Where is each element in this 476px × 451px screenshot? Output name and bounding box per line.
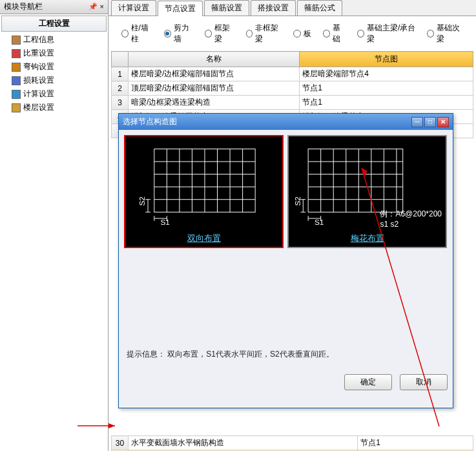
table-row[interactable]: 30水平变截面墙水平钢筋构造节点1	[112, 436, 473, 450]
radio-item[interactable]: 板	[293, 28, 311, 39]
dialog-body: S2 S1 双向布置 S2 S1	[119, 130, 453, 369]
radio-label: 基础主梁/承台梁	[367, 23, 415, 45]
sidebar-close-icon[interactable]: ×	[100, 3, 104, 11]
cell-name: 楼层暗梁/边框梁端部锚固节点	[129, 67, 300, 81]
svg-text:S1: S1	[315, 218, 324, 226]
tree-label: 弯钩设置	[23, 61, 54, 72]
tree-label: 损耗设置	[23, 75, 54, 86]
svg-rect-20	[308, 149, 403, 213]
cell-name: 暗梁/边框梁遇连梁构造	[129, 96, 300, 110]
example-text: 例：A6@200*200	[380, 209, 442, 220]
tabs: 计算设置节点设置箍筋设置搭接设置箍筋公式	[109, 0, 476, 16]
radio-label: 框架梁	[214, 23, 234, 45]
tree-label: 比重设置	[23, 48, 54, 59]
thumb-option-2[interactable]: S2 S1 例：A6@200*200 s1 s2 梅花布置	[287, 135, 447, 248]
tree-item[interactable]: 工程信息	[0, 33, 108, 47]
row-num: 3	[112, 96, 129, 110]
minimize-button[interactable]: ─	[411, 117, 423, 127]
radio-item[interactable]: 非框架梁	[246, 23, 282, 45]
tab[interactable]: 计算设置	[111, 0, 156, 16]
tree-icon	[12, 63, 21, 72]
radio-item[interactable]: 框架梁	[205, 23, 234, 45]
tree-icon	[12, 36, 21, 45]
tab[interactable]: 箍筋公式	[297, 0, 342, 16]
radio-label: 基础	[333, 23, 346, 45]
radio-label: 非框架梁	[255, 23, 282, 45]
radio-item[interactable]: 柱/墙柱	[121, 23, 152, 45]
cell-name: 顶层暗梁/边框梁端部锚固节点	[129, 81, 300, 96]
ok-button[interactable]: 确定	[344, 374, 392, 390]
tree-item[interactable]: 楼层设置	[0, 101, 108, 114]
radio-label: 柱/墙柱	[131, 23, 153, 45]
tree-icon	[12, 103, 21, 112]
row-num: 30	[112, 436, 129, 450]
thumb-label-2: 梅花布置	[351, 233, 384, 244]
radio-item[interactable]: 基础次梁	[427, 23, 463, 45]
sidebar-header[interactable]: 工程设置	[1, 16, 107, 32]
pin-icon[interactable]: 📌	[88, 3, 98, 11]
radio-icon	[323, 30, 329, 37]
tree-item[interactable]: 计算设置	[0, 87, 108, 101]
radio-icon	[293, 30, 301, 37]
dialog-titlebar[interactable]: 选择节点构造图 ─ □ ✕	[119, 114, 453, 130]
radio-label: 板	[304, 28, 311, 39]
cell-name: 水平变截面墙水平钢筋构造	[129, 436, 358, 450]
tree-label: 计算设置	[23, 89, 54, 100]
tree-label: 工程信息	[23, 34, 54, 45]
cell-img: 节点1	[300, 96, 473, 110]
s1s2-text: s1 s2	[380, 220, 442, 229]
cell-img: 楼层暗梁端部节点4	[300, 67, 473, 81]
radio-icon	[427, 30, 434, 37]
table-row[interactable]: 3暗梁/边框梁遇连梁构造节点1	[112, 96, 473, 110]
tab[interactable]: 搭接设置	[251, 0, 296, 16]
table-row[interactable]: 1楼层暗梁/边框梁端部锚固节点楼层暗梁端部节点4	[112, 67, 473, 81]
hint-text: 提示信息： 双向布置，S1代表水平间距，S2代表垂直间距。	[124, 345, 448, 364]
svg-text:S2: S2	[293, 196, 302, 205]
tab[interactable]: 节点设置	[158, 1, 203, 16]
maximize-button[interactable]: □	[424, 117, 436, 127]
tree-item[interactable]: 比重设置	[0, 47, 108, 60]
radio-item[interactable]: 剪力墙	[164, 23, 193, 45]
sidebar: 模块导航栏 📌 × 工程设置 工程信息比重设置弯钩设置损耗设置计算设置楼层设置	[0, 0, 109, 451]
radio-icon	[246, 30, 253, 37]
sidebar-titlebar: 模块导航栏 📌 ×	[0, 0, 108, 14]
radio-item[interactable]: 基础主梁/承台梁	[357, 23, 415, 45]
dialog-title: 选择节点构造图	[123, 116, 177, 127]
radio-icon	[357, 30, 364, 37]
svg-text:S2: S2	[138, 196, 146, 205]
radio-icon	[164, 30, 171, 37]
tree-item[interactable]: 损耗设置	[0, 74, 108, 87]
radio-row: 柱/墙柱剪力墙框架梁非框架梁板基础基础主梁/承台梁基础次梁	[109, 16, 476, 51]
cell-img: 节点1	[358, 436, 473, 450]
thumb-label-1: 双向布置	[187, 233, 221, 244]
col-header: 名称	[129, 52, 300, 67]
radio-icon	[205, 30, 212, 37]
row-num: 1	[112, 67, 129, 81]
cell-img: 节点1	[300, 81, 473, 96]
radio-label: 剪力墙	[174, 23, 194, 45]
radio-icon	[121, 30, 129, 37]
thumb-option-1[interactable]: S2 S1 双向布置	[124, 135, 284, 248]
col-header	[112, 52, 129, 67]
svg-text:S1: S1	[161, 218, 170, 226]
close-button[interactable]: ✕	[437, 117, 449, 127]
cancel-button[interactable]: 取消	[400, 374, 448, 390]
sidebar-panel-title: 模块导航栏	[4, 1, 43, 12]
radio-item[interactable]: 基础	[323, 23, 346, 45]
row-num: 2	[112, 81, 129, 96]
tab[interactable]: 箍筋设置	[204, 0, 249, 16]
dialog-select-node: 选择节点构造图 ─ □ ✕ S2 S1 双向布置	[118, 113, 453, 408]
tree-label: 楼层设置	[23, 102, 54, 113]
table-row[interactable]: 2顶层暗梁/边框梁端部锚固节点节点1	[112, 81, 473, 96]
tree-icon	[12, 76, 21, 85]
tree-icon	[12, 90, 21, 99]
col-header: 节点图	[300, 52, 473, 67]
tree-icon	[12, 49, 21, 58]
radio-label: 基础次梁	[437, 23, 463, 45]
tree-item[interactable]: 弯钩设置	[0, 60, 108, 74]
node-table-bottom: 30水平变截面墙水平钢筋构造节点131剪力墙身拉筋布置构造双向布置⋯32人防门框…	[111, 435, 473, 451]
